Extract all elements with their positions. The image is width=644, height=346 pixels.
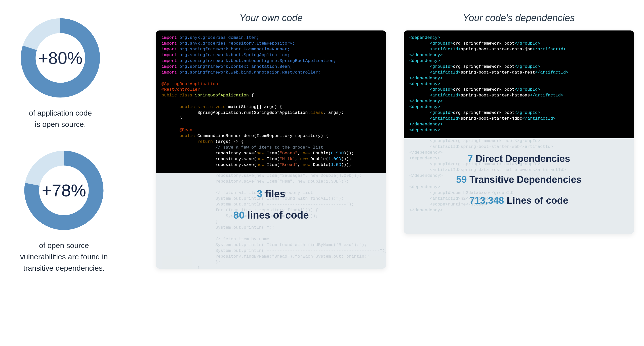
diagram-root: +80% of application codeis open source. … [10, 13, 634, 294]
summary-label: Transitive Dependencies [469, 174, 582, 185]
panel-title: Your own code [156, 13, 386, 23]
summary-number: 80 [233, 210, 245, 221]
faded-code: repository.save(new Item("Sausages", new… [162, 173, 381, 269]
summary-area: repository.save(new Item("Sausages", new… [156, 173, 386, 269]
summary-loc: 713,348 Lines of code [469, 195, 568, 206]
summary-label: Lines of code [507, 195, 568, 206]
panel-title: Your code's dependencies [404, 13, 634, 23]
code-card: <dependency> <groupId>org.springframewor… [404, 30, 634, 234]
summary-area: <groupId>org.springframework.boot</group… [404, 138, 634, 234]
donut-label: +80% [20, 18, 101, 98]
panel-dependencies: Your code's dependencies <dependency> <g… [404, 13, 634, 269]
donut-chart-78: +78% [24, 150, 104, 231]
donut-label: +78% [24, 150, 104, 231]
code-snippet-java: import org.snyk.groceries.domain.Item; i… [156, 30, 386, 173]
code-card: import org.snyk.groceries.domain.Item; i… [156, 30, 386, 269]
summary-number: 3 [257, 188, 262, 199]
panel-own-code: Your own code import org.snyk.groceries.… [156, 13, 386, 269]
stat-transitive-vulns: +78% of open sourcevulnerabilities are f… [20, 150, 108, 274]
summary-label: lines of code [247, 210, 309, 221]
stat-caption: of application codeis open source. [29, 107, 92, 130]
stat-app-code-open-source: +80% of application codeis open source. [20, 18, 101, 130]
summary-transitive-deps: 59 Transitive Dependencies [456, 174, 581, 185]
summary: 7 Direct Dependencies 59 Transitive Depe… [414, 153, 624, 206]
panels-row: Your own code import org.snyk.groceries.… [146, 13, 634, 269]
stats-column: +80% of application codeis open source. … [10, 13, 146, 294]
summary-direct-deps: 7 Direct Dependencies [468, 153, 570, 164]
summary-files: 3 files [257, 188, 285, 199]
donut-chart-80: +80% [20, 18, 101, 98]
summary-number: 7 [468, 153, 473, 164]
summary-loc: 80 lines of code [233, 210, 309, 221]
summary: 3 files 80 lines of code [166, 188, 376, 221]
summary-label: files [265, 188, 285, 199]
code-snippet-xml: <dependency> <groupId>org.springframewor… [404, 30, 634, 138]
stat-caption: of open sourcevulnerabilities are found … [20, 240, 108, 274]
summary-label: Direct Dependencies [475, 153, 570, 164]
summary-number: 59 [456, 174, 467, 185]
summary-number: 713,348 [469, 195, 504, 206]
